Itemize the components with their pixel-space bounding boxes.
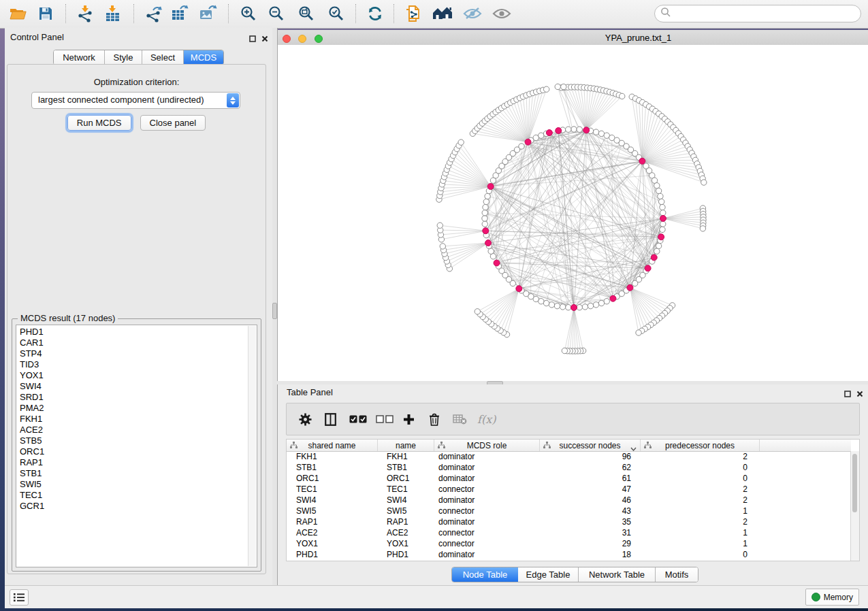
mcds-result-item[interactable]: YOX1 bbox=[16, 370, 248, 381]
zoom-in-icon[interactable] bbox=[236, 2, 261, 25]
table-scrollbar[interactable] bbox=[850, 451, 859, 561]
mcds-result-item[interactable]: ACE2 bbox=[16, 425, 248, 435]
mcds-result-item[interactable]: GCR1 bbox=[16, 501, 248, 512]
tab-mcds[interactable]: MCDS bbox=[184, 50, 223, 65]
table-cell-shared-name: SWI5 bbox=[287, 506, 377, 516]
close-panel-button[interactable]: Close panel bbox=[140, 115, 206, 131]
tab-motifs[interactable]: Motifs bbox=[656, 567, 698, 582]
control-panel-tabs: Network Style Select MCDS bbox=[53, 50, 224, 65]
table-options-gear-icon[interactable] bbox=[299, 403, 312, 435]
show-columns-icon[interactable] bbox=[325, 403, 336, 435]
mcds-result-item[interactable]: CAR1 bbox=[16, 337, 248, 348]
column-header-shared-name[interactable]: shared name bbox=[287, 440, 378, 451]
table-cell-shared-name: STB1 bbox=[287, 463, 377, 472]
column-header-successor-nodes[interactable]: successor nodes bbox=[540, 440, 641, 451]
mcds-result-item[interactable]: PMA2 bbox=[16, 403, 248, 414]
close-panel-icon[interactable] bbox=[261, 33, 268, 45]
mcds-result-item[interactable]: RAP1 bbox=[16, 457, 248, 468]
clone-network-icon[interactable] bbox=[400, 2, 425, 25]
tab-edge-table[interactable]: Edge Table bbox=[518, 567, 579, 582]
hide-panel-eye-slash-icon[interactable] bbox=[460, 2, 485, 25]
table-row[interactable]: TEC1TEC1connector472 bbox=[287, 484, 851, 495]
network-node bbox=[539, 133, 544, 138]
splitter-handle[interactable] bbox=[272, 303, 277, 319]
column-header-mcds-role[interactable]: MCDS role bbox=[434, 440, 540, 451]
mcds-result-item[interactable]: STB5 bbox=[16, 435, 248, 446]
zoom-out-icon[interactable] bbox=[264, 2, 289, 25]
mcds-result-item[interactable]: PHD1 bbox=[16, 327, 248, 337]
table-row[interactable]: ORC1ORC1dominator610 bbox=[287, 473, 851, 484]
float-panel-icon[interactable] bbox=[249, 33, 256, 45]
add-column-plus-icon[interactable] bbox=[403, 403, 415, 435]
tab-network[interactable]: Network bbox=[54, 50, 105, 65]
tab-node-table[interactable]: Node Table bbox=[452, 567, 518, 582]
table-row[interactable]: FKH1FKH1dominator962 bbox=[287, 451, 851, 462]
tab-network-table[interactable]: Network Table bbox=[579, 567, 656, 582]
network-window-titlebar[interactable]: YPA_prune.txt_1 bbox=[278, 30, 868, 46]
maximize-window-icon[interactable] bbox=[315, 35, 323, 43]
table-cell-name: YOX1 bbox=[377, 539, 433, 548]
refresh-view-icon[interactable] bbox=[363, 2, 387, 25]
table-row[interactable]: YOX1YOX1connector291 bbox=[287, 538, 851, 549]
table-cell-predecessor-nodes: 0 bbox=[638, 463, 756, 472]
mcds-result-item[interactable]: SWI4 bbox=[16, 381, 248, 392]
table-cell-predecessor-nodes: 0 bbox=[638, 550, 756, 559]
table-row[interactable]: ACE2ACE2connector311 bbox=[287, 527, 851, 538]
open-file-icon[interactable] bbox=[5, 2, 30, 25]
table-panel-tabs: Node Table Edge Table Network Table Moti… bbox=[451, 567, 698, 582]
unselect-all-checkboxes-icon[interactable] bbox=[376, 403, 393, 435]
minimize-window-icon[interactable] bbox=[298, 35, 306, 43]
mcds-result-item[interactable]: STP4 bbox=[16, 348, 248, 359]
network-node bbox=[458, 139, 464, 145]
mcds-result-item[interactable]: SRD1 bbox=[16, 392, 248, 403]
mcds-list-scrollbar[interactable] bbox=[248, 326, 256, 566]
tab-select[interactable]: Select bbox=[142, 50, 184, 65]
close-panel-icon[interactable] bbox=[856, 388, 863, 400]
zoom-fit-icon[interactable] bbox=[294, 2, 319, 25]
table-row[interactable]: SWI5SWI5connector431 bbox=[287, 506, 851, 516]
network-node bbox=[571, 127, 577, 132]
show-panel-eye-icon[interactable] bbox=[489, 2, 514, 25]
close-window-icon[interactable] bbox=[283, 35, 291, 43]
export-image-icon[interactable] bbox=[195, 2, 220, 25]
network-canvas[interactable] bbox=[278, 45, 868, 381]
mcds-result-list[interactable]: PHD1CAR1STP4TID3YOX1SWI4SRD1PMA2FKH1ACE2… bbox=[16, 325, 257, 567]
network-node bbox=[483, 199, 489, 204]
mcds-result-item[interactable]: ORC1 bbox=[16, 446, 248, 457]
delete-column-trash-icon[interactable] bbox=[429, 403, 440, 435]
export-table-icon[interactable] bbox=[167, 2, 192, 25]
mcds-result-item[interactable]: SWI5 bbox=[16, 479, 248, 490]
function-builder-icon[interactable]: f(x) bbox=[477, 403, 496, 435]
table-cell-name: PHD1 bbox=[377, 550, 433, 559]
table-row[interactable]: RAP1RAP1dominator352 bbox=[287, 516, 851, 527]
network-node bbox=[562, 348, 567, 353]
select-all-checkboxes-icon[interactable] bbox=[349, 403, 367, 435]
mcds-result-item[interactable]: TID3 bbox=[16, 359, 248, 370]
table-row[interactable]: PHD1PHD1dominator180 bbox=[287, 549, 851, 560]
mcds-result-item[interactable]: TEC1 bbox=[16, 490, 248, 501]
save-session-icon[interactable] bbox=[33, 2, 58, 25]
network-overview-icon[interactable] bbox=[430, 2, 455, 25]
float-panel-icon[interactable] bbox=[844, 388, 851, 400]
import-table-icon[interactable] bbox=[101, 2, 125, 25]
zoom-selected-icon[interactable] bbox=[324, 2, 349, 25]
tab-style[interactable]: Style bbox=[105, 50, 142, 65]
mcds-result-item[interactable]: STB1 bbox=[16, 468, 248, 479]
column-header-predecessor-nodes[interactable]: predecessor nodes bbox=[641, 440, 760, 451]
network-node bbox=[519, 144, 524, 149]
delete-table-icon[interactable] bbox=[453, 403, 467, 435]
task-history-button[interactable] bbox=[10, 589, 29, 606]
mcds-result-item[interactable]: FKH1 bbox=[16, 414, 248, 425]
toolbar-separator bbox=[393, 4, 394, 23]
export-network-icon[interactable] bbox=[142, 2, 166, 25]
import-network-icon[interactable] bbox=[74, 2, 98, 25]
optimization-criterion-select[interactable]: largest connected component (undirected) bbox=[31, 92, 240, 109]
memory-button[interactable]: Memory bbox=[805, 589, 859, 606]
table-row[interactable]: SWI4SWI4dominator462 bbox=[287, 495, 851, 506]
table-cell-successor-nodes: 18 bbox=[538, 550, 638, 559]
search-input[interactable] bbox=[654, 5, 861, 22]
scrollbar-thumb[interactable] bbox=[852, 454, 857, 512]
run-mcds-button[interactable]: Run MCDS bbox=[67, 115, 131, 131]
table-row[interactable]: STB1STB1dominator620 bbox=[287, 462, 851, 473]
column-header-name[interactable]: name bbox=[378, 440, 434, 451]
